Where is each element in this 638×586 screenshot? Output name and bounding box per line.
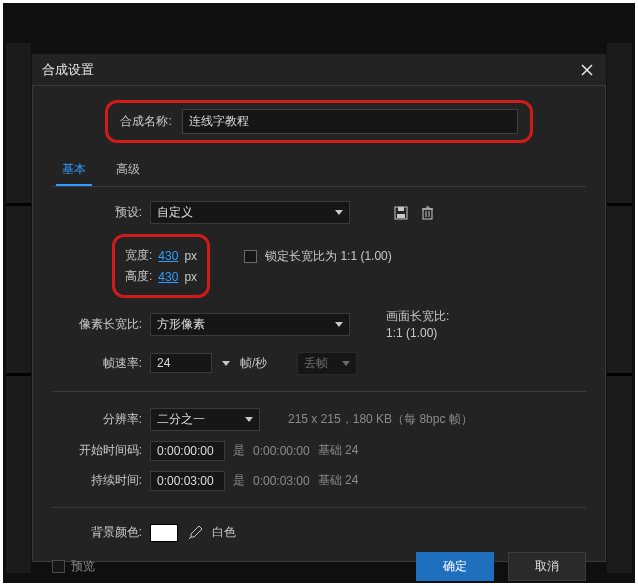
pixel-aspect-select[interactable]: 方形像素 [150, 313, 350, 336]
separator [52, 507, 586, 508]
height-input[interactable]: 430 [158, 270, 178, 284]
pixel-aspect-value: 方形像素 [157, 316, 205, 333]
save-preset-icon [394, 206, 408, 220]
frame-aspect-label: 画面长宽比: [386, 308, 449, 325]
delete-preset-button[interactable] [418, 204, 436, 222]
save-preset-button[interactable] [392, 204, 410, 222]
resolution-label: 分辨率: [52, 411, 142, 428]
frame-rate-select[interactable]: 24 [150, 353, 212, 373]
bg-panel-left [6, 43, 31, 573]
chevron-down-icon [245, 417, 253, 422]
bg-color-label: 背景颜色: [52, 524, 142, 541]
preview-group: 预览 [52, 558, 95, 575]
chevron-down-icon [335, 210, 343, 215]
pixel-aspect-label: 像素长宽比: [52, 316, 142, 333]
width-row: 宽度: 430 px [125, 247, 197, 264]
pixel-aspect-row: 像素长宽比: 方形像素 画面长宽比: 1:1 (1.00) [52, 308, 586, 342]
frame-rate-label: 帧速率: [52, 355, 142, 372]
app-frame: 合成设置 合成名称: 连线字教程 基本 高级 预设: 自定义 [0, 0, 638, 586]
preset-label: 预设: [52, 204, 142, 221]
comp-name-label: 合成名称: [120, 113, 171, 130]
drop-frame-select[interactable]: 丢帧 [297, 352, 357, 375]
start-tc-label: 开始时间码: [52, 442, 142, 459]
frame-rate-value: 24 [157, 356, 170, 370]
chevron-down-icon[interactable] [222, 361, 230, 366]
resolution-info: 215 x 215，180 KB（每 8bpc 帧） [288, 411, 473, 428]
start-tc-row: 开始时间码: 0:00:00:00 是 0:00:00:00 基础 24 [52, 441, 586, 461]
svg-rect-2 [398, 207, 404, 211]
frame-aspect-block: 画面长宽比: 1:1 (1.00) [386, 308, 449, 342]
svg-rect-3 [423, 209, 432, 219]
frame-rate-row: 帧速率: 24 帧/秒 丢帧 [52, 352, 586, 375]
width-input[interactable]: 430 [158, 249, 178, 263]
cancel-button[interactable]: 取消 [508, 552, 586, 581]
comp-name-input[interactable]: 连线字教程 [182, 109, 518, 134]
resolution-value: 二分之一 [157, 411, 205, 428]
dialog-footer: 预览 确定 取消 [52, 542, 586, 581]
dimensions-row: 宽度: 430 px 高度: 430 px 锁定长宽比为 1:1 [52, 234, 586, 298]
lock-aspect-checkbox[interactable] [244, 250, 257, 263]
separator [52, 391, 586, 392]
tab-advanced[interactable]: 高级 [110, 155, 146, 186]
trash-icon [421, 206, 434, 220]
svg-rect-1 [397, 214, 405, 218]
frame-aspect-value: 1:1 (1.00) [386, 325, 449, 342]
start-tc-input[interactable]: 0:00:00:00 [150, 441, 225, 461]
basic-form: 预设: 自定义 [52, 201, 586, 542]
preview-label: 预览 [71, 558, 95, 575]
height-row: 高度: 430 px [125, 268, 197, 285]
preset-value: 自定义 [157, 204, 193, 221]
ok-button[interactable]: 确定 [416, 552, 494, 581]
dialog-title: 合成设置 [42, 61, 94, 79]
chevron-down-icon [335, 322, 343, 327]
preview-checkbox[interactable] [52, 560, 65, 573]
bg-panel-right [607, 43, 632, 573]
composition-settings-dialog: 合成设置 合成名称: 连线字教程 基本 高级 预设: 自定义 [31, 53, 607, 563]
start-tc-is-value: 0:00:00:00 [253, 444, 310, 458]
dialog-body: 合成名称: 连线字教程 基本 高级 预设: 自定义 [32, 86, 606, 562]
lock-aspect-row: 锁定长宽比为 1:1 (1.00) [244, 248, 392, 265]
eyedropper-icon [187, 525, 203, 541]
resolution-row: 分辨率: 二分之一 215 x 215，180 KB（每 8bpc 帧） [52, 408, 586, 431]
tabs: 基本 高级 [52, 155, 586, 187]
duration-input[interactable]: 0:00:03:00 [150, 471, 225, 491]
bg-color-row: 背景颜色: 白色 [52, 524, 586, 542]
height-unit: px [184, 270, 197, 284]
tab-basic[interactable]: 基本 [56, 155, 92, 186]
comp-name-value: 连线字教程 [189, 114, 249, 128]
bg-color-name: 白色 [212, 524, 236, 541]
chevron-down-icon [342, 361, 350, 366]
width-label: 宽度: [125, 247, 152, 264]
bg-color-swatch[interactable] [150, 524, 178, 542]
duration-value: 0:00:03:00 [157, 474, 214, 488]
comp-name-row: 合成名称: 连线字教程 [105, 100, 532, 143]
dimensions-highlight: 宽度: 430 px 高度: 430 px [112, 234, 210, 298]
duration-row: 持续时间: 0:00:03:00 是 0:00:03:00 基础 24 [52, 471, 586, 491]
start-tc-base: 基础 24 [318, 442, 359, 459]
duration-base: 基础 24 [318, 472, 359, 489]
duration-label: 持续时间: [52, 472, 142, 489]
eyedropper-button[interactable] [186, 524, 204, 542]
duration-is-label: 是 [233, 472, 245, 489]
drop-frame-label: 丢帧 [304, 355, 328, 372]
frame-rate-unit: 帧/秒 [240, 355, 267, 372]
height-label: 高度: [125, 268, 152, 285]
width-unit: px [184, 249, 197, 263]
start-tc-is-label: 是 [233, 442, 245, 459]
duration-is-value: 0:00:03:00 [253, 474, 310, 488]
close-button[interactable] [578, 61, 596, 79]
preset-select[interactable]: 自定义 [150, 201, 350, 224]
preset-row: 预设: 自定义 [52, 201, 586, 224]
resolution-select[interactable]: 二分之一 [150, 408, 260, 431]
close-icon [581, 64, 593, 76]
lock-aspect-label: 锁定长宽比为 1:1 (1.00) [265, 248, 392, 265]
start-tc-value: 0:00:00:00 [157, 444, 214, 458]
dialog-titlebar: 合成设置 [32, 54, 606, 86]
